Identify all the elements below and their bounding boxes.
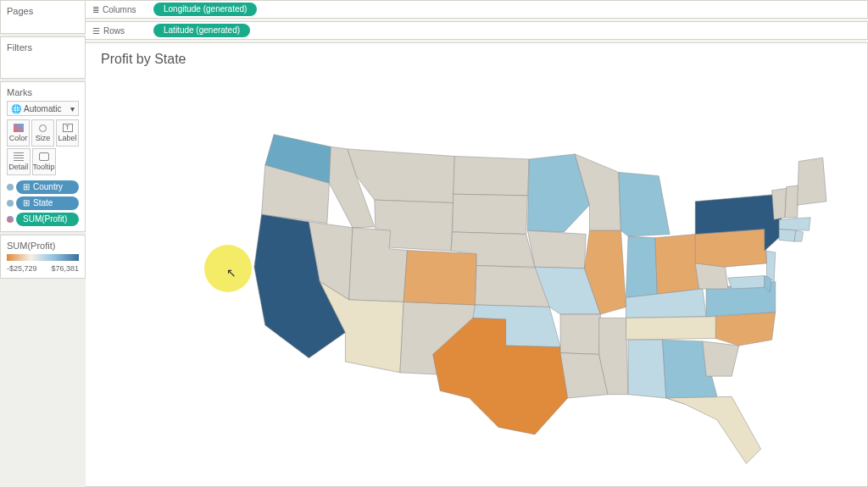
detail-handle-icon [7,184,14,191]
state-maine[interactable]: Maine [798,158,826,205]
size-icon [39,125,47,132]
state-ohio[interactable]: Ohio — SUM(Profit): -$16,000 [655,235,699,295]
label-button[interactable]: TLabel [56,119,79,147]
latitude-pill[interactable]: Latitude (generated) [153,24,250,37]
sumprofit-pill[interactable]: SUM(Profit) [16,213,79,226]
label-icon: T [63,124,73,132]
state-new-jersey[interactable]: New Jersey — SUM(Profit): $9,000 [766,251,775,281]
columns-shelf[interactable]: ≣Columns Longitude (generated) [86,0,868,19]
viz-title: Profit by State [101,52,852,67]
state-montana[interactable]: Montana [348,149,454,203]
detail-icon [14,152,24,161]
legend-max: $76,381 [51,264,79,273]
size-button[interactable]: Size [31,119,54,147]
legend-gradient [7,254,79,261]
tooltip-button[interactable]: Tooltip [32,148,56,175]
state-massachusetts[interactable]: Massachusetts — SUM(Profit): $7,000 [779,218,810,230]
state-maryland[interactable]: Maryland — SUM(Profit): $7,000 [728,276,765,289]
state-alabama[interactable]: Alabama — SUM(Profit): $8,000 [628,340,666,398]
columns-icon: ≣ [92,5,99,14]
marks-card: Marks 🌐Automatic ▾ Color Size TLabel Det… [0,81,86,232]
color-icon [14,124,24,132]
state-indiana[interactable]: Indiana — SUM(Profit): $20,000 [626,236,658,297]
color-handle-icon [7,216,14,223]
longitude-pill[interactable]: Longitude (generated) [153,3,257,16]
state-tennessee[interactable]: Tennessee — SUM(Profit): -$5,000 [626,317,718,340]
legend-title: SUM(Profit) [7,241,79,251]
state-iowa[interactable]: Iowa [527,230,586,268]
mark-type-dropdown[interactable]: 🌐Automatic ▾ [7,101,79,116]
state-north-carolina[interactable]: North Carolina — SUM(Profit): -$7,400 [715,313,776,346]
state-connecticut[interactable]: Connecticut — SUM(Profit): $6,000 [779,229,796,241]
state-north-dakota[interactable]: North Dakota [453,156,529,195]
us-map[interactable]: Washington — SUM(Profit): $33,000OregonC… [213,107,857,471]
rows-icon: ☰ [92,26,100,36]
color-legend[interactable]: SUM(Profit) -$25,729 $76,381 [0,235,86,279]
filters-label: Filters [7,42,79,53]
state-south-dakota[interactable]: South Dakota [453,194,528,234]
state-arkansas[interactable]: Arkansas [560,314,600,354]
state-south-carolina[interactable]: South Carolina [703,341,739,376]
marks-label: Marks [7,87,79,97]
viz-canvas[interactable]: Profit by State ↖ Washington — SUM(Profi… [86,42,868,487]
state-colorado[interactable]: Colorado — SUM(Profit): -$6,500 [403,250,476,305]
detail-button[interactable]: Detail [7,148,31,175]
pages-shelf[interactable]: Pages [0,0,86,34]
globe-icon: 🌐 [11,104,21,113]
country-pill[interactable]: ⊞ Country [16,180,79,194]
pages-label: Pages [7,6,79,16]
legend-min: -$25,729 [7,264,37,273]
state-pill[interactable]: ⊞ State [16,196,79,210]
color-button[interactable]: Color [7,119,30,147]
chevron-down-icon: ▾ [70,104,75,113]
detail-handle-icon [7,200,14,207]
state-florida[interactable]: Florida — SUM(Profit): -$3,500 [666,396,761,463]
state-pennsylvania[interactable]: Pennsylvania — SUM(Profit): -$15,000 [695,229,766,267]
state-michigan[interactable]: Michigan — SUM(Profit): $25,000 [619,172,670,236]
filters-shelf[interactable]: Filters [0,36,86,79]
tooltip-icon [39,152,49,161]
state-vermont[interactable]: Vermont [772,188,787,219]
state-rhode-island[interactable]: Rhode Island — SUM(Profit): $7,000 [794,230,803,241]
rows-shelf[interactable]: ☰Rows Latitude (generated) [86,21,868,40]
state-new-hampshire[interactable]: New Hampshire [785,185,798,218]
